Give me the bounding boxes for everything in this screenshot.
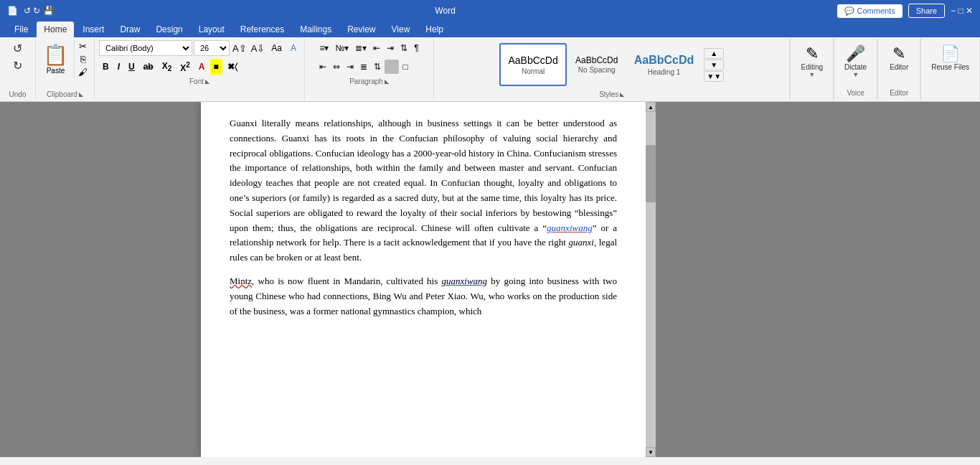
tab-mailings[interactable]: Mailings: [293, 22, 339, 37]
editor-button[interactable]: ✎ Editor: [885, 42, 913, 74]
clipboard-content: 📋 Paste ✂ ⎘ 🖌: [40, 40, 90, 89]
styles-scroll-down[interactable]: ▼: [704, 60, 724, 70]
paste-button[interactable]: 📋 Paste: [40, 40, 71, 78]
styles-content: AaBbCcDd Normal AaBbCcDd No Spacing AaBb…: [499, 40, 724, 89]
clipboard-group: 📋 Paste ✂ ⎘ 🖌 Clipboard ◣: [36, 39, 95, 100]
paragraph-arrow[interactable]: ◣: [385, 78, 389, 85]
quick-access: ↺ ↻ 💾: [24, 6, 54, 16]
undo-group: ↺ ↻ Undo: [0, 39, 36, 100]
paragraph-group-label: Paragraph ◣: [309, 78, 429, 85]
dictate-button[interactable]: 🎤 Dictate ▼: [840, 42, 871, 81]
vertical-scrollbar[interactable]: ▲ ▼: [646, 102, 656, 457]
guanxiwang-link-1[interactable]: guanxiwang: [547, 222, 593, 233]
tab-home[interactable]: Home: [37, 22, 74, 37]
tab-review[interactable]: Review: [340, 22, 382, 37]
para-controls: ≡▾ №▾ ≣▾ ⇤ ⇥ ⇅ ¶ ⇤ ⇔ ⇥ ≣ ⇅ □: [316, 40, 421, 76]
align-center-button[interactable]: ⇔: [330, 59, 343, 75]
copy-button[interactable]: ⎘: [76, 53, 90, 65]
bullet-list-button[interactable]: ≡▾: [316, 40, 331, 56]
sort-button[interactable]: ⇅: [397, 40, 410, 56]
tab-help[interactable]: Help: [418, 22, 451, 37]
numbered-list-button[interactable]: №▾: [332, 40, 352, 56]
border-button[interactable]: □: [400, 59, 410, 75]
styles-group: AaBbCcDd Normal AaBbCcDd No Spacing AaBb…: [434, 39, 790, 100]
tab-file[interactable]: File: [7, 22, 35, 37]
document-area: Guanxi literally means relationships, al…: [0, 102, 980, 457]
decrease-font-button[interactable]: A⇩: [250, 42, 267, 55]
clipboard-arrow[interactable]: ◣: [79, 91, 83, 98]
decrease-indent-button[interactable]: ⇤: [370, 40, 383, 56]
strikethrough-button[interactable]: ab: [140, 59, 157, 75]
paragraph-2: Mintz, who is now fluent in Mandarin, cu…: [230, 274, 617, 319]
styles-expand[interactable]: ▼▼: [704, 71, 724, 82]
increase-font-button[interactable]: A⇧: [231, 42, 248, 55]
line-spacing-button[interactable]: ⇅: [371, 59, 384, 75]
left-margin: [0, 102, 201, 457]
document-content[interactable]: Guanxi literally means relationships, al…: [201, 102, 646, 457]
guanxi-italic: guanxi: [568, 237, 593, 248]
font-face-select[interactable]: Calibri (Body): [99, 40, 192, 56]
text-effects-button[interactable]: A: [287, 40, 300, 56]
italic-button[interactable]: I: [114, 59, 123, 75]
superscript-button[interactable]: X2: [176, 59, 194, 75]
app-name: Word: [435, 6, 455, 16]
format-painter-button[interactable]: 🖌: [76, 66, 90, 78]
reuse-files-button[interactable]: 📄 Reuse Files: [927, 42, 974, 74]
change-case-button[interactable]: Aa: [268, 40, 286, 56]
font-size-select[interactable]: 26: [194, 40, 230, 56]
editing-group: ✎ Editing ▼: [790, 39, 834, 100]
highlight-button[interactable]: ■: [210, 59, 222, 75]
font-color-button[interactable]: A: [195, 59, 209, 75]
app-icon: 📄: [7, 6, 18, 16]
editing-button[interactable]: ✎ Editing ▼: [796, 42, 827, 81]
tab-layout[interactable]: Layout: [192, 22, 232, 37]
scroll-down-arrow[interactable]: ▼: [646, 447, 656, 457]
right-ribbon-groups: ✎ Editing ▼ 🎤 Dictate ▼ Voice ✎ Editor E…: [790, 39, 980, 100]
para-list-row: ≡▾ №▾ ≣▾ ⇤ ⇥ ⇅ ¶: [316, 40, 421, 56]
style-normal[interactable]: AaBbCcDd Normal: [499, 43, 566, 86]
tab-references[interactable]: References: [233, 22, 291, 37]
editor-group: ✎ Editor Editor: [877, 39, 920, 100]
font-face-row: Calibri (Body) 26 A⇧ A⇩ Aa A: [99, 40, 300, 56]
share-button[interactable]: Share: [908, 4, 945, 18]
paste-icon: 📋: [43, 43, 68, 67]
styles-group-label: Styles ◣: [438, 90, 785, 98]
align-left-button[interactable]: ⇤: [316, 59, 329, 75]
clipboard-label: Clipboard ◣: [40, 90, 90, 98]
increase-indent-button[interactable]: ⇥: [384, 40, 397, 56]
window-controls[interactable]: − □ ✕: [951, 6, 973, 16]
clipboard-small-btns: ✂ ⎘ 🖌: [76, 40, 90, 78]
subscript-button[interactable]: X2: [159, 59, 176, 75]
tab-draw[interactable]: Draw: [113, 22, 147, 37]
shading-button[interactable]: [385, 60, 399, 74]
style-heading1[interactable]: AaBbCcDd Heading 1: [627, 43, 702, 86]
comments-button[interactable]: 💬 Comments: [837, 4, 903, 18]
right-margin: ▲ ▼: [646, 102, 980, 457]
guanxiwang-link-2[interactable]: guanxiwang: [442, 276, 488, 286]
microphone-icon: 🎤: [846, 44, 865, 63]
tab-design[interactable]: Design: [149, 22, 189, 37]
multilevel-list-button[interactable]: ≣▾: [352, 40, 369, 56]
justify-button[interactable]: ≣: [357, 59, 370, 75]
paragraph-1: Guanxi literally means relationships, al…: [230, 116, 617, 266]
style-no-spacing[interactable]: AaBbCcDd No Spacing: [568, 43, 626, 86]
font-controls: Calibri (Body) 26 A⇧ A⇩ Aa A B I U ab X2…: [99, 40, 300, 76]
align-right-button[interactable]: ⇥: [344, 59, 357, 75]
redo-button[interactable]: ↻: [10, 57, 25, 74]
font-group: Calibri (Body) 26 A⇧ A⇩ Aa A B I U ab X2…: [95, 39, 305, 100]
tab-insert[interactable]: Insert: [75, 22, 111, 37]
scrollbar-thumb[interactable]: [646, 145, 656, 202]
clear-format-button[interactable]: ✖〈: [224, 59, 241, 75]
styles-scroll-up[interactable]: ▲: [704, 48, 724, 59]
scroll-up-arrow[interactable]: ▲: [646, 102, 656, 112]
underline-button[interactable]: U: [125, 59, 138, 75]
undo-button[interactable]: ↺: [10, 40, 25, 57]
font-arrow[interactable]: ◣: [205, 78, 209, 85]
styles-arrow[interactable]: ◣: [620, 91, 624, 98]
show-formatting-button[interactable]: ¶: [411, 40, 421, 56]
bold-button[interactable]: B: [99, 59, 113, 75]
voice-group: 🎤 Dictate ▼ Voice: [834, 39, 877, 100]
cut-button[interactable]: ✂: [76, 40, 90, 52]
tab-view[interactable]: View: [385, 22, 418, 37]
editing-icon: ✎: [806, 44, 819, 63]
